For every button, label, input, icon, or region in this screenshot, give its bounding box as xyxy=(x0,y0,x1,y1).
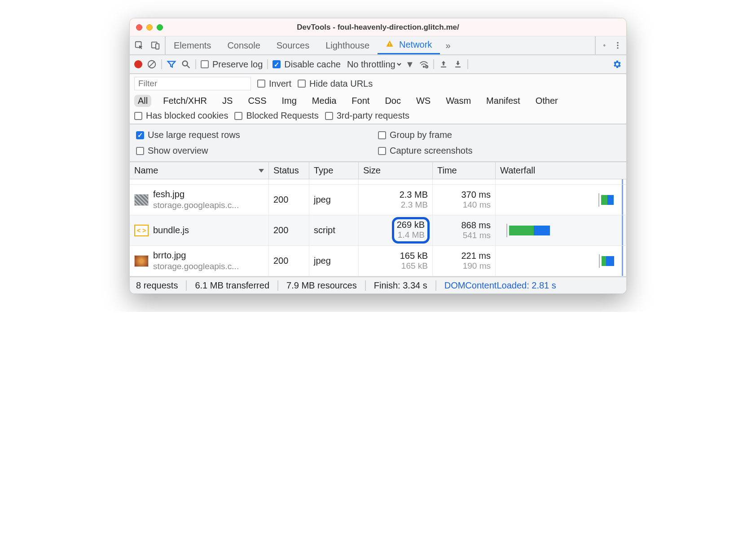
network-settings-icon[interactable] xyxy=(612,59,622,69)
filter-type-all[interactable]: All xyxy=(134,95,151,107)
upload-har-icon[interactable] xyxy=(439,59,448,69)
request-status: 200 xyxy=(269,246,309,276)
svg-point-7 xyxy=(617,47,618,49)
request-waterfall xyxy=(496,185,626,215)
col-time[interactable]: Time xyxy=(433,162,496,179)
table-header: Name Status Type Size Time Waterfall xyxy=(130,162,626,179)
svg-point-12 xyxy=(423,66,424,67)
preserve-log-checkbox[interactable]: Preserve log xyxy=(201,59,263,70)
filter-toggle-icon[interactable] xyxy=(167,59,176,69)
network-conditions-icon[interactable] xyxy=(419,59,429,69)
filter-type-ws[interactable]: WS xyxy=(413,95,434,107)
device-toggle-icon[interactable] xyxy=(150,40,160,50)
tab-network-label: Network xyxy=(399,40,432,50)
settings-icon[interactable] xyxy=(599,40,609,50)
col-type[interactable]: Type xyxy=(309,162,359,179)
group-by-frame-checkbox[interactable]: Group by frame xyxy=(378,130,452,140)
blocked-cookies-checkbox[interactable]: Has blocked cookies xyxy=(134,111,228,121)
request-time: 868 ms541 ms xyxy=(433,215,496,245)
request-domain: storage.googleapis.c... xyxy=(153,200,239,211)
filter-panel: Invert Hide data URLs All Fetch/XHR JS C… xyxy=(130,74,626,124)
third-party-label: 3rd-party requests xyxy=(337,111,409,121)
kebab-menu-icon[interactable] xyxy=(613,40,623,50)
hide-data-urls-checkbox[interactable]: Hide data URLs xyxy=(298,79,373,89)
request-waterfall xyxy=(496,246,626,276)
hide-data-urls-label: Hide data URLs xyxy=(309,79,373,89)
request-name: brrto.jpg xyxy=(153,250,239,261)
invert-checkbox[interactable]: Invert xyxy=(257,79,291,89)
svg-rect-4 xyxy=(389,45,390,46)
filter-type-fetch[interactable]: Fetch/XHR xyxy=(159,95,211,107)
search-icon[interactable] xyxy=(181,59,191,69)
col-name-label: Name xyxy=(134,165,158,176)
col-waterfall[interactable]: Waterfall xyxy=(496,162,626,179)
panel-tabs: Elements Console Sources Lighthouse Netw… xyxy=(166,36,456,54)
svg-line-9 xyxy=(149,62,155,67)
footer-transferred: 6.1 MB transferred xyxy=(187,280,278,291)
tab-console[interactable]: Console xyxy=(219,36,268,54)
devtools-window: DevTools - foul-heavenly-direction.glitc… xyxy=(129,18,627,294)
sort-desc-icon xyxy=(259,169,264,173)
footer-dcl: DOMContentLoaded: 2.81 s xyxy=(436,280,564,291)
filter-type-js[interactable]: JS xyxy=(219,95,236,107)
third-party-checkbox[interactable]: 3rd-party requests xyxy=(325,111,409,121)
window-titlebar: DevTools - foul-heavenly-direction.glitc… xyxy=(130,18,626,36)
request-time: 221 ms190 ms xyxy=(433,246,496,276)
filter-type-font[interactable]: Font xyxy=(348,95,373,107)
disable-cache-checkbox[interactable]: Disable cache xyxy=(273,59,341,70)
table-row[interactable]: < >bundle.js200script269 kB1.4 MB868 ms5… xyxy=(130,215,626,246)
large-rows-label: Use large request rows xyxy=(148,130,240,140)
capture-screens-label: Capture screenshots xyxy=(390,146,473,156)
blocked-requests-checkbox[interactable]: Blocked Requests xyxy=(234,111,318,121)
image-thumb xyxy=(134,255,149,267)
table-row[interactable]: fesh.jpgstorage.googleapis.c...200jpeg2.… xyxy=(130,185,626,215)
download-har-icon[interactable] xyxy=(453,59,463,69)
col-size[interactable]: Size xyxy=(359,162,433,179)
request-time: 370 ms140 ms xyxy=(433,185,496,215)
svg-rect-14 xyxy=(441,67,446,67)
svg-point-10 xyxy=(183,61,188,66)
capture-screenshots-checkbox[interactable]: Capture screenshots xyxy=(378,146,473,156)
dropdown-icon: ▼ xyxy=(405,59,414,70)
options-panel: Use large request rows Group by frame Sh… xyxy=(130,124,626,162)
group-frame-label: Group by frame xyxy=(390,130,452,140)
request-type: jpeg xyxy=(309,185,359,215)
clear-icon[interactable] xyxy=(147,59,157,69)
show-overview-checkbox[interactable]: Show overview xyxy=(136,146,208,156)
footer-finish: Finish: 3.34 s xyxy=(366,280,436,291)
filter-type-img[interactable]: Img xyxy=(278,95,300,107)
inspect-icon[interactable] xyxy=(134,40,144,50)
record-button[interactable] xyxy=(134,60,142,68)
svg-rect-3 xyxy=(389,43,390,45)
tab-sources[interactable]: Sources xyxy=(268,36,317,54)
tab-network[interactable]: Network xyxy=(378,36,440,54)
request-size: 2.3 MB2.3 MB xyxy=(359,185,433,215)
request-rows: fesh.jpgstorage.googleapis.c...200jpeg2.… xyxy=(130,179,626,276)
warning-icon xyxy=(386,40,396,50)
footer-resources: 7.9 MB resources xyxy=(278,280,366,291)
network-toolbar: Preserve log Disable cache No throttling… xyxy=(130,55,626,74)
table-row[interactable]: brrto.jpgstorage.googleapis.c...200jpeg1… xyxy=(130,246,626,276)
show-overview-label: Show overview xyxy=(148,146,208,156)
size-highlight: 269 kB1.4 MB xyxy=(392,217,430,244)
large-rows-checkbox[interactable]: Use large request rows xyxy=(136,130,240,140)
request-type: jpeg xyxy=(309,246,359,276)
filter-input[interactable] xyxy=(134,77,251,90)
filter-type-media[interactable]: Media xyxy=(308,95,340,107)
tab-more[interactable]: » xyxy=(440,36,456,54)
throttling-select[interactable]: No throttling xyxy=(345,59,403,70)
blocked-req-label: Blocked Requests xyxy=(246,111,318,121)
request-status: 200 xyxy=(269,185,309,215)
col-status[interactable]: Status xyxy=(269,162,309,179)
filter-type-css[interactable]: CSS xyxy=(244,95,270,107)
filter-type-doc[interactable]: Doc xyxy=(381,95,404,107)
svg-point-5 xyxy=(617,42,618,44)
filter-type-other[interactable]: Other xyxy=(532,95,562,107)
tab-lighthouse[interactable]: Lighthouse xyxy=(317,36,378,54)
tab-elements[interactable]: Elements xyxy=(166,36,219,54)
status-bar: 8 requests 6.1 MB transferred 7.9 MB res… xyxy=(130,276,626,293)
col-name[interactable]: Name xyxy=(130,162,269,179)
filter-type-wasm[interactable]: Wasm xyxy=(442,95,475,107)
type-filters: All Fetch/XHR JS CSS Img Media Font Doc … xyxy=(130,93,626,111)
filter-type-manifest[interactable]: Manifest xyxy=(483,95,524,107)
